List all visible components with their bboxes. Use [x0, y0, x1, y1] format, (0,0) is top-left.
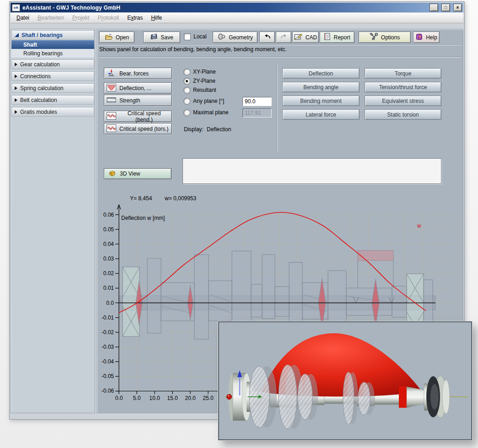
radio-zy-plane[interactable]: ZY-Plane	[184, 78, 215, 84]
radio-resultant[interactable]: Resultant	[184, 87, 216, 93]
menu-item-bearbeiten[interactable]: Bearbeiten	[33, 13, 68, 22]
undo-button[interactable]	[259, 32, 275, 43]
report-button[interactable]: Report	[320, 32, 354, 43]
menu-item-projekt[interactable]: Projekt	[68, 13, 93, 22]
sidebar-item-rolling-bearings[interactable]: Rolling bearings	[11, 49, 94, 58]
sidebar-group-shaft-bearings[interactable]: Shaft / bearings	[11, 30, 94, 40]
calc-button-critical-speed-bend-[interactable]: Critical speed (bend.)	[104, 111, 172, 122]
result-button-torque[interactable]: Torque	[365, 68, 441, 79]
help-button[interactable]: ?Help	[413, 32, 440, 43]
result-button-equivalent-stress[interactable]: Equivalent stress	[365, 96, 441, 106]
svg-text:-0.04: -0.04	[102, 358, 114, 365]
button-label: Critical speed (tors.)	[119, 126, 168, 132]
button-label: CAD	[306, 34, 317, 41]
open-button[interactable]: Open	[99, 32, 134, 43]
calc-button-strength[interactable]: Strength	[104, 95, 172, 106]
cad-button[interactable]: CAD	[292, 32, 319, 43]
result-button-tension-thrust-force[interactable]: Tension/thrust force	[365, 82, 441, 92]
bearing-forces-icon	[107, 69, 116, 78]
minimize-button[interactable]: _	[430, 4, 438, 11]
result-button-bending-angle[interactable]: Bending angle	[282, 82, 360, 92]
message-box	[183, 158, 441, 184]
options-button[interactable]: Options	[359, 32, 411, 43]
save-button[interactable]: Save	[143, 32, 180, 43]
redo-icon	[280, 34, 288, 41]
svg-text:20.0: 20.0	[185, 395, 196, 401]
3d-shaft-scene	[219, 322, 471, 439]
sidebar-group-label: Spring calculation	[20, 85, 64, 91]
sidebar-group-connections[interactable]: Connections	[11, 71, 94, 81]
svg-text:0.0: 0.0	[106, 300, 114, 306]
sidebar-group-label: Connections	[20, 73, 51, 80]
cursor-readout-w: w= 0,009953	[164, 195, 196, 202]
sidebar-group-label: Belt calculation	[20, 97, 57, 103]
calc-button-bear-forces[interactable]: Bear. forces	[104, 68, 172, 79]
svg-text:0.04: 0.04	[103, 241, 114, 247]
geometry-button[interactable]: Geometry	[213, 32, 258, 43]
undo-icon	[263, 34, 271, 41]
calc-button-critical-speed-tors-[interactable]: Critical speed (tors.)	[104, 123, 172, 134]
menu-item-hilfe[interactable]: Hilfe	[147, 13, 166, 22]
sidebar: Shaft / bearingsShaftRolling bearingsGea…	[11, 29, 95, 413]
triangle-expanded-icon	[15, 33, 19, 37]
svg-text:0.0: 0.0	[115, 395, 123, 401]
radio-label: Maximal plane	[193, 109, 228, 116]
svg-text:0.02: 0.02	[103, 270, 114, 277]
checkbox-label: Local	[193, 33, 207, 40]
triangle-collapsed-icon	[15, 63, 17, 66]
radio-any-plane-[interactable]: Any plane [°]	[184, 98, 224, 104]
button-label: Bear. forces	[119, 70, 149, 77]
svg-text:10.0: 10.0	[149, 395, 160, 401]
any-plane-input[interactable]: 90.0	[242, 97, 272, 106]
sidebar-group-gear-calculation[interactable]: Gear calculation	[11, 59, 94, 69]
sidebar-gap	[11, 117, 95, 119]
calc-button-deflection-[interactable]: Deflection, ...	[104, 82, 172, 94]
button-label: Save	[161, 34, 173, 41]
sidebar-group-gratis-modules[interactable]: Gratis modules	[11, 107, 94, 117]
button-label: Options	[381, 34, 400, 41]
cube-3d-icon	[108, 170, 116, 178]
radio-label: ZY-Plane	[193, 78, 215, 84]
result-button-bending-moment[interactable]: Bending moment	[282, 96, 360, 106]
divider	[98, 44, 462, 45]
maximize-button[interactable]: □	[441, 4, 450, 11]
radio-label: XY-Plane	[193, 69, 216, 75]
result-button-deflection[interactable]: Deflection	[282, 68, 360, 79]
sidebar-group-spring-calculation[interactable]: Spring calculation	[11, 83, 94, 93]
3d-view-button[interactable]: 3D View	[104, 168, 172, 179]
maximal-plane-input: 117.91	[242, 108, 272, 117]
svg-text:0.05: 0.05	[103, 226, 114, 233]
display-label: Display:	[184, 126, 204, 133]
critical-speed-icon	[107, 124, 116, 133]
sidebar-group-belt-calculation[interactable]: Belt calculation	[11, 95, 94, 105]
radio-xy-plane[interactable]: XY-Plane	[184, 69, 216, 75]
button-label: Critical speed (bend.)	[119, 110, 169, 123]
button-label: Geometry	[229, 34, 253, 41]
menu-item-protokoll[interactable]: Protokoll	[93, 13, 123, 22]
options-icon	[370, 33, 378, 42]
svg-text:5.0: 5.0	[133, 395, 141, 401]
local-checkbox[interactable]: Local	[184, 33, 207, 40]
geometry-icon	[217, 33, 226, 42]
menu-item-datei[interactable]: Datei	[12, 13, 33, 22]
3d-view-panel[interactable]	[218, 321, 472, 440]
svg-text:-0.03: -0.03	[102, 344, 114, 350]
result-button-lateral-force[interactable]: Lateral force	[282, 109, 360, 120]
svg-text:0.06: 0.06	[103, 212, 114, 218]
svg-text:-0.06: -0.06	[102, 388, 114, 394]
sidebar-item-shaft[interactable]: Shaft	[11, 40, 94, 49]
close-button[interactable]: ×	[453, 4, 462, 11]
radio-maximal-plane[interactable]: Maximal plane	[184, 109, 228, 116]
app-icon: eA	[12, 4, 20, 11]
separator	[277, 64, 278, 153]
display-value: Deflection	[207, 126, 231, 133]
window-title: eAssistant - GWJ Technology GmbH	[22, 5, 426, 11]
sidebar-group-label: Shaft / bearings	[21, 32, 63, 38]
radio-icon	[184, 69, 190, 75]
result-button-static-torsion[interactable]: Static torsion	[365, 109, 441, 120]
title-bar[interactable]: eA eAssistant - GWJ Technology GmbH _ □ …	[11, 3, 463, 12]
radio-icon	[184, 98, 190, 104]
menu-item-extras[interactable]: Extras	[123, 13, 147, 22]
redo-button[interactable]	[276, 32, 291, 43]
triangle-collapsed-icon	[15, 75, 17, 78]
